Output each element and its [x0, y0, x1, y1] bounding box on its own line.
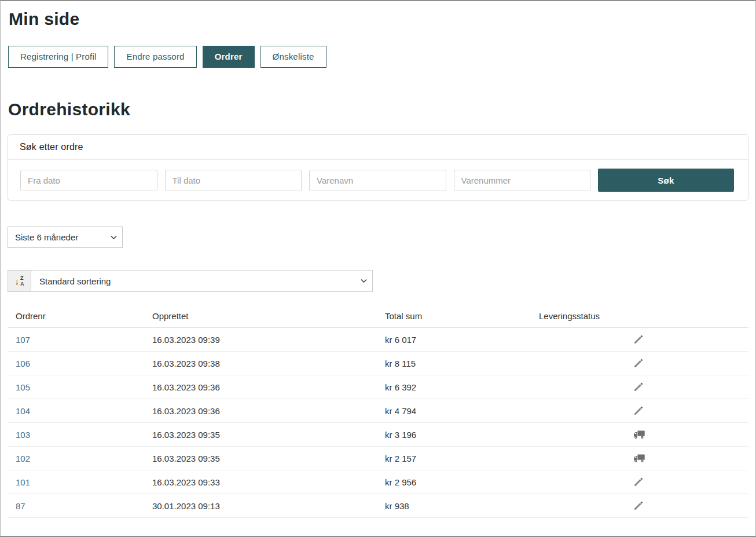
- order-number-link[interactable]: 103: [16, 430, 30, 440]
- pencil-icon: [633, 406, 644, 416]
- order-total-cell: kr 938: [385, 501, 539, 511]
- my-page: Min side Registrering | Profil Endre pas…: [0, 0, 756, 537]
- page-title: Min side: [9, 9, 748, 30]
- order-total-cell: kr 6 017: [385, 335, 539, 345]
- column-header-delivery-status: Leveringsstatus: [539, 311, 748, 321]
- delivery-status-cell: [539, 334, 748, 345]
- column-header-created: Opprettet: [152, 311, 385, 321]
- order-number-link[interactable]: 104: [16, 406, 30, 416]
- order-table: Ordrenr Opprettet Total sum Leveringssta…: [8, 304, 748, 518]
- tab-change-password[interactable]: Endre passord: [114, 46, 196, 68]
- order-total-cell: kr 4 794: [385, 406, 539, 416]
- order-table-body: 107 16.03.2023 09:39 kr 6 017 106 16.03.…: [8, 328, 748, 518]
- table-row: 87 30.01.2023 09:13 kr 938: [8, 494, 748, 518]
- search-panel-fields: Søk: [8, 160, 748, 200]
- sort-select[interactable]: Standard sortering: [31, 270, 373, 292]
- order-total-cell: kr 3 196: [385, 430, 539, 440]
- delivery-status-cell: [539, 406, 748, 416]
- order-search-panel: Søk etter ordre Søk: [8, 134, 748, 201]
- from-date-input[interactable]: [20, 170, 157, 191]
- pencil-icon: [633, 501, 644, 511]
- section-title-order-history: Ordrehistorikk: [8, 100, 748, 120]
- tab-wishlist[interactable]: Ønskeliste: [260, 46, 326, 68]
- order-created-cell: 16.03.2023 09:35: [152, 430, 385, 440]
- table-row: 102 16.03.2023 09:35 kr 2 157: [8, 447, 748, 470]
- search-panel-title: Søk etter ordre: [8, 135, 748, 160]
- order-created-cell: 16.03.2023 09:39: [152, 335, 385, 345]
- delivery-status-cell: [539, 358, 748, 368]
- period-select[interactable]: Siste 6 måneder: [8, 227, 123, 248]
- column-header-ordernr: Ordrenr: [16, 311, 152, 321]
- truck-icon: [633, 454, 645, 463]
- table-row: 103 16.03.2023 09:35 kr 3 196: [8, 423, 748, 447]
- sort-letter-z: Z: [20, 275, 24, 281]
- product-number-input[interactable]: [454, 170, 591, 191]
- account-tabs: Registrering | Profil Endre passord Ordr…: [8, 46, 748, 68]
- table-row: 101 16.03.2023 09:33 kr 2 956: [8, 470, 748, 494]
- order-created-cell: 16.03.2023 09:36: [152, 382, 385, 392]
- order-created-cell: 16.03.2023 09:33: [152, 477, 385, 487]
- delivery-status-cell: [539, 430, 748, 439]
- order-created-cell: 30.01.2023 09:13: [152, 501, 385, 511]
- sort-bar: ↓ Z A Standard sortering: [8, 270, 748, 292]
- pencil-icon: [633, 358, 644, 368]
- order-total-cell: kr 2 956: [385, 477, 539, 487]
- table-row: 104 16.03.2023 09:36 kr 4 794: [8, 399, 748, 423]
- pencil-icon: [633, 334, 644, 345]
- order-number-link[interactable]: 107: [16, 335, 30, 345]
- tab-orders[interactable]: Ordrer: [203, 46, 255, 68]
- sort-arrow-glyph: ↓: [15, 277, 20, 286]
- delivery-status-cell: [539, 501, 748, 511]
- tab-registration-profile[interactable]: Registrering | Profil: [8, 46, 108, 68]
- sort-letter-a: A: [20, 281, 24, 287]
- table-row: 106 16.03.2023 09:38 kr 8 115: [8, 352, 748, 375]
- product-name-input[interactable]: [309, 170, 446, 191]
- order-number-link[interactable]: 101: [16, 477, 30, 487]
- delivery-status-cell: [539, 382, 748, 392]
- order-table-header: Ordrenr Opprettet Total sum Leveringssta…: [8, 304, 748, 328]
- order-created-cell: 16.03.2023 09:35: [152, 454, 385, 463]
- sort-alpha-descending-icon[interactable]: ↓ Z A: [8, 270, 31, 292]
- table-row: 107 16.03.2023 09:39 kr 6 017: [8, 328, 748, 352]
- order-number-link[interactable]: 106: [16, 359, 30, 368]
- order-total-cell: kr 6 392: [385, 382, 539, 392]
- order-total-cell: kr 8 115: [385, 359, 539, 368]
- order-created-cell: 16.03.2023 09:36: [152, 406, 385, 416]
- order-total-cell: kr 2 157: [385, 454, 539, 463]
- table-row: 105 16.03.2023 09:36 kr 6 392: [8, 375, 748, 399]
- order-number-link[interactable]: 105: [16, 382, 30, 392]
- truck-icon: [633, 430, 645, 439]
- pencil-icon: [633, 382, 644, 392]
- to-date-input[interactable]: [165, 170, 302, 191]
- search-button[interactable]: Søk: [598, 169, 734, 192]
- column-header-total: Total sum: [385, 311, 539, 321]
- order-number-link[interactable]: 87: [16, 501, 25, 511]
- period-filter: Siste 6 måneder: [8, 227, 123, 248]
- order-created-cell: 16.03.2023 09:38: [152, 359, 385, 368]
- order-number-link[interactable]: 102: [16, 454, 30, 463]
- sort-filter: Standard sortering: [31, 270, 373, 292]
- pencil-icon: [633, 477, 644, 487]
- delivery-status-cell: [539, 454, 748, 463]
- delivery-status-cell: [539, 477, 748, 487]
